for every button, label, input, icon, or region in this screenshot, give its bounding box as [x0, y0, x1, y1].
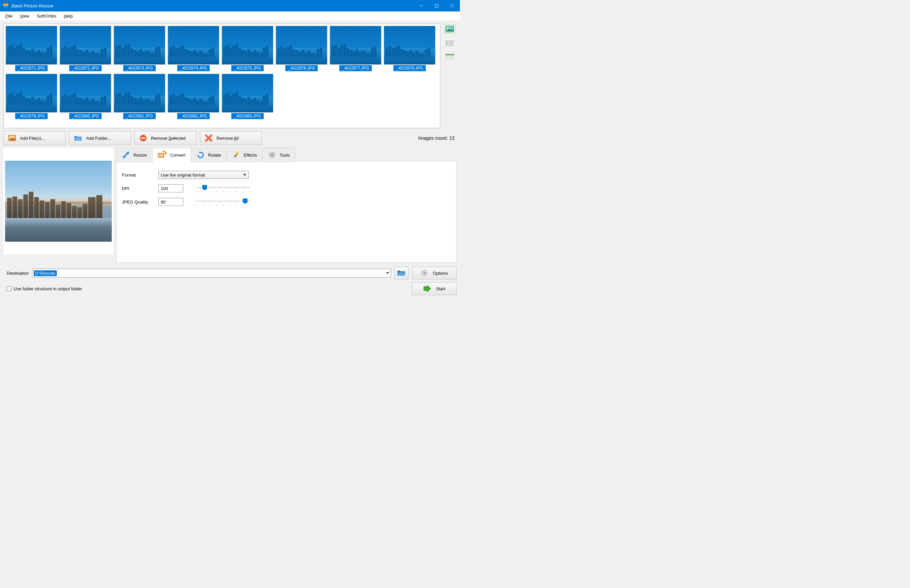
- menu-file[interactable]: File: [2, 13, 16, 19]
- remove-all-button[interactable]: Remove All: [200, 131, 262, 145]
- window-title: Batch Picture Resizer: [11, 3, 413, 8]
- remove-selected-label: Remove Selected: [151, 136, 186, 141]
- thumbnail-label: _4022881.JPG: [123, 113, 156, 119]
- thumbnail-image: [6, 74, 57, 112]
- svg-rect-23: [141, 137, 145, 139]
- add-folder-button[interactable]: Add Folder...: [69, 131, 131, 145]
- tab-resize-label: Resize: [133, 153, 147, 158]
- destination-input[interactable]: D:\Results: [32, 269, 391, 278]
- destination-value: D:\Results: [34, 270, 57, 276]
- view-mode-strip: [443, 24, 456, 128]
- jpeg-quality-label: JPEG Quality: [122, 199, 156, 205]
- add-folder-label: Add Folder...: [86, 136, 111, 141]
- tab-tools[interactable]: Tools: [263, 148, 296, 162]
- bottom-panel: Destination D:\Results Options Use folde…: [3, 265, 456, 295]
- remove-all-label: Remove All: [217, 136, 239, 141]
- window-controls: [413, 0, 460, 11]
- thumbnail-image: [60, 26, 111, 65]
- list-icon: [445, 40, 454, 47]
- remove-selected-button[interactable]: Remove Selected: [134, 131, 197, 145]
- menu-view[interactable]: View: [16, 13, 33, 19]
- browse-destination-button[interactable]: [394, 267, 409, 279]
- thumbnails-icon: [445, 26, 454, 32]
- thumbnail-area[interactable]: _4022871.JPG_4022872.JPG_4022873.JPG_402…: [3, 24, 440, 128]
- app-icon: [3, 3, 9, 8]
- jpeg-quality-slider-thumb[interactable]: [243, 199, 247, 204]
- thumbnail-item[interactable]: _4022880.JPG: [60, 74, 111, 119]
- preview-image: [5, 161, 112, 242]
- add-files-label: Add File(s)...: [20, 136, 45, 141]
- start-arrow-icon: [423, 285, 431, 292]
- use-folder-structure-checkbox[interactable]: [7, 286, 11, 291]
- svg-rect-13: [445, 54, 454, 55]
- svg-line-41: [426, 275, 427, 275]
- tab-rotate[interactable]: Rotate: [191, 148, 226, 162]
- tab-convert[interactable]: Convert: [153, 148, 191, 162]
- resize-icon: [122, 151, 130, 159]
- thumbnail-label: _4022873.JPG: [123, 65, 156, 71]
- maximize-button[interactable]: [429, 0, 444, 11]
- thumbnail-label: _4022882.JPG: [177, 113, 210, 119]
- thumbnail-item[interactable]: _4022876.JPG: [276, 26, 327, 71]
- svg-rect-25: [159, 153, 163, 157]
- menu-help[interactable]: Help: [60, 13, 76, 19]
- view-thumbnails-button[interactable]: [444, 24, 456, 34]
- tab-effects[interactable]: Effects: [227, 148, 263, 162]
- remove-icon: [139, 134, 147, 142]
- thumbnail-image: [222, 74, 273, 112]
- view-list-button[interactable]: [444, 39, 456, 48]
- mid-row: Resize Convert Rotate Effects: [3, 148, 456, 263]
- tab-body-convert: Format Use the original format DPI: [116, 162, 456, 263]
- thumbnail-item[interactable]: _4022872.JPG: [60, 26, 111, 71]
- dpi-slider[interactable]: [196, 184, 250, 192]
- thumbnail-item[interactable]: _4022883.JPG: [222, 74, 273, 119]
- thumbnail-label: _4022879.JPG: [15, 113, 48, 119]
- menu-softorbits[interactable]: SoftOrbits: [34, 13, 60, 19]
- close-button[interactable]: [444, 0, 460, 11]
- svg-point-21: [10, 137, 11, 138]
- svg-line-34: [270, 156, 271, 157]
- thumbnail-label: _4022875.JPG: [231, 65, 264, 71]
- thumbnail-item[interactable]: _4022871.JPG: [6, 26, 57, 71]
- tab-resize[interactable]: Resize: [116, 148, 153, 162]
- thumbnail-image: [60, 74, 111, 112]
- thumbnail-item[interactable]: _4022878.JPG: [384, 26, 435, 71]
- format-select[interactable]: Use the original format: [158, 171, 249, 179]
- svg-point-11: [446, 45, 448, 46]
- minimize-button[interactable]: [413, 0, 429, 11]
- start-button[interactable]: Start: [412, 282, 456, 295]
- tab-rotate-label: Rotate: [208, 153, 221, 158]
- thumbnail-item[interactable]: _4022882.JPG: [168, 74, 219, 119]
- convert-icon: [158, 151, 167, 159]
- svg-line-43: [422, 275, 423, 275]
- thumbnail-item[interactable]: _4022877.JPG: [330, 26, 381, 71]
- thumbnail-item[interactable]: _4022879.JPG: [6, 74, 57, 119]
- use-folder-structure-label: Use folder structure in output folder: [13, 286, 82, 291]
- gear-icon: [421, 269, 428, 277]
- svg-point-35: [423, 272, 425, 275]
- thumbnail-label: _4022878.JPG: [393, 65, 426, 71]
- add-files-button[interactable]: Add File(s)...: [3, 131, 66, 145]
- view-details-button[interactable]: [444, 53, 456, 62]
- file-toolbar: Add File(s)... Add Folder... Remove Sele…: [3, 131, 456, 145]
- thumbnail-label: _4022876.JPG: [285, 65, 318, 71]
- thumbnail-item[interactable]: _4022874.JPG: [168, 26, 219, 71]
- tab-effects-label: Effects: [244, 153, 257, 158]
- svg-point-9: [446, 42, 448, 44]
- rotate-icon: [197, 151, 205, 159]
- thumbnail-label: _4022877.JPG: [339, 65, 372, 71]
- thumbnail-image: [168, 26, 219, 65]
- content-area: _4022871.JPG_4022872.JPG_4022873.JPG_402…: [0, 21, 460, 297]
- jpeg-quality-input[interactable]: [158, 198, 183, 206]
- thumbnail-image: [384, 26, 435, 65]
- thumbnail-image: [168, 74, 219, 112]
- thumbnail-item[interactable]: _4022875.JPG: [222, 26, 273, 71]
- options-button[interactable]: Options: [412, 267, 456, 279]
- thumbnail-item[interactable]: _4022881.JPG: [114, 74, 165, 119]
- svg-line-31: [270, 153, 271, 153]
- thumbnail-image: [114, 74, 165, 112]
- dpi-input[interactable]: [158, 184, 183, 192]
- jpeg-quality-slider[interactable]: [196, 198, 250, 206]
- dpi-slider-thumb[interactable]: [202, 185, 207, 191]
- thumbnail-item[interactable]: _4022873.JPG: [114, 26, 165, 71]
